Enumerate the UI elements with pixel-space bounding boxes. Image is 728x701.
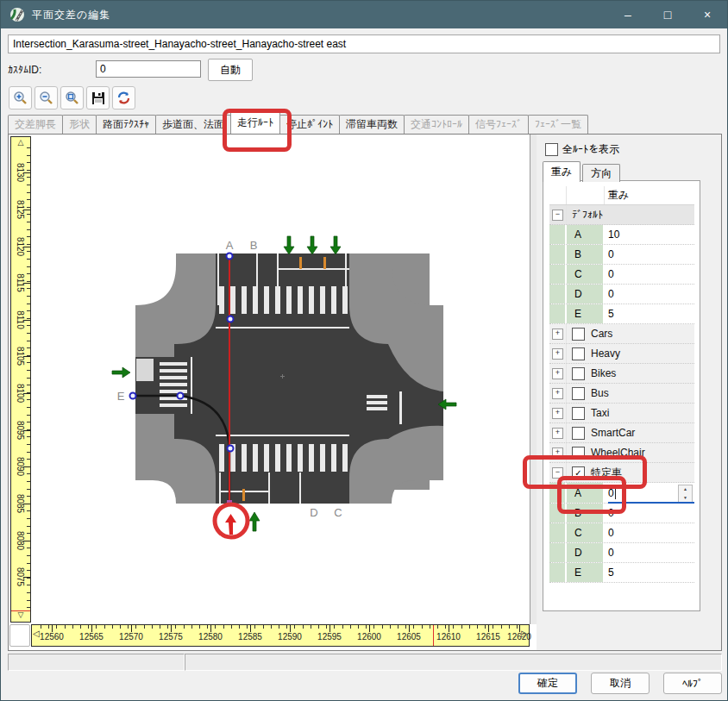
table-row[interactable]: D 0	[549, 543, 694, 563]
group-checkbox[interactable]	[572, 347, 585, 360]
row-key: A	[567, 483, 605, 503]
horizontal-ruler[interactable]: ◁ 12560 12565 12570 12575 12580 12585 12…	[31, 624, 530, 647]
route-node[interactable]	[228, 316, 234, 322]
cursor-x-marker	[433, 625, 434, 646]
tab-road-texture[interactable]: 路面ﾃｸｽﾁｬ	[96, 115, 156, 134]
expand-icon[interactable]: +	[552, 448, 563, 459]
group-checkbox[interactable]	[572, 427, 585, 440]
route-node[interactable]	[228, 446, 234, 452]
table-row[interactable]: D 0	[549, 285, 694, 304]
minimize-button[interactable]: –	[608, 1, 648, 28]
row-value[interactable]: 5	[605, 304, 694, 323]
tab-direction[interactable]: 方向	[582, 164, 620, 182]
expand-icon[interactable]: +	[552, 329, 563, 340]
ruler-scroll-up-icon[interactable]: △	[11, 138, 30, 147]
refresh-button[interactable]	[112, 86, 135, 110]
expand-icon[interactable]: +	[552, 428, 563, 439]
ok-button[interactable]: 確定	[518, 673, 577, 694]
row-value[interactable]: 0	[605, 504, 694, 523]
save-button[interactable]	[86, 86, 110, 110]
table-row-editing[interactable]: A 0 ▲ ▼	[549, 483, 694, 504]
expand-icon[interactable]: +	[552, 368, 563, 379]
help-button[interactable]: ﾍﾙﾌﾟ	[663, 673, 722, 694]
row-value[interactable]: 0	[605, 285, 694, 304]
group-row-bus[interactable]: + Bus	[549, 384, 694, 404]
table-row[interactable]: E 5	[549, 563, 694, 583]
table-row[interactable]: C 0	[549, 265, 694, 285]
expand-icon[interactable]: +	[552, 408, 563, 419]
table-row[interactable]: E 5	[549, 304, 694, 324]
group-row-default[interactable]: − ﾃﾞﾌｫﾙﾄ	[549, 205, 694, 225]
ruler-scroll-right-icon[interactable]: ▷	[521, 629, 528, 638]
row-value[interactable]: 0	[605, 245, 694, 264]
table-row[interactable]: B 0	[549, 504, 694, 523]
table-row[interactable]: A 10	[549, 225, 694, 245]
leg-label-e: E	[117, 390, 125, 403]
ruler-scroll-down-icon[interactable]: ▽	[11, 610, 30, 619]
close-button[interactable]: ×	[687, 1, 727, 28]
weight-edit-field[interactable]: 0 ▲ ▼	[608, 483, 694, 503]
row-value[interactable]: 0	[605, 265, 694, 284]
zoom-in-button[interactable]	[9, 86, 32, 110]
intersection-name-input[interactable]	[8, 34, 720, 53]
group-row-special-vehicle[interactable]: − ✓特定車	[549, 463, 694, 483]
collapse-icon[interactable]: −	[552, 210, 563, 221]
tab-stop-point[interactable]: 停止ﾎﾟｲﾝﾄ	[279, 115, 340, 134]
group-checkbox[interactable]	[572, 328, 585, 341]
group-checkbox-checked[interactable]: ✓	[572, 466, 585, 479]
group-label: Heavy	[591, 347, 620, 360]
group-row-wheelchair[interactable]: + WheelChair	[549, 443, 694, 463]
status-cell-right	[185, 654, 722, 671]
table-row[interactable]: B 0	[549, 245, 694, 265]
row-value[interactable]: 0	[605, 543, 694, 562]
save-icon	[91, 91, 105, 105]
route-node[interactable]	[227, 253, 233, 260]
zoom-fit-button[interactable]	[60, 86, 84, 110]
custom-id-input[interactable]	[96, 60, 201, 78]
edit-value: 0	[608, 487, 614, 499]
value-spinner[interactable]: ▲ ▼	[678, 485, 693, 503]
group-row-cars[interactable]: + Cars	[549, 324, 694, 344]
auto-button[interactable]: 自動	[208, 59, 253, 81]
route-node[interactable]	[130, 393, 136, 399]
group-row-heavy[interactable]: + Heavy	[549, 344, 694, 364]
entry-arrow-down-icon	[284, 236, 294, 254]
canvas-panel-splitter[interactable]	[530, 135, 537, 624]
tab-queued-vehicles[interactable]: 滞留車両数	[339, 115, 405, 134]
row-value[interactable]: 5	[605, 563, 694, 582]
collapse-icon[interactable]: −	[552, 467, 563, 479]
expand-icon[interactable]: +	[552, 348, 563, 360]
vertical-ruler[interactable]: △ 8130 8125 8120 8115 8110 8105 8100 809…	[10, 136, 31, 623]
group-row-smartcar[interactable]: + SmartCar	[549, 423, 694, 443]
group-checkbox[interactable]	[572, 387, 585, 400]
tab-weight[interactable]: 重み	[543, 161, 581, 182]
show-all-routes-checkbox[interactable]	[545, 143, 558, 156]
maximize-button[interactable]: □	[648, 1, 687, 28]
group-checkbox[interactable]	[572, 367, 585, 380]
vertical-ruler-ticks	[27, 147, 30, 611]
show-all-routes-row[interactable]: 全ﾙｰﾄを表示	[545, 142, 619, 157]
group-row-bikes[interactable]: + Bikes	[549, 364, 694, 384]
status-cell-left	[8, 654, 185, 671]
route-node[interactable]	[178, 393, 184, 399]
window-title: 平面交差の編集	[32, 8, 110, 22]
group-checkbox[interactable]	[572, 447, 585, 460]
group-row-taxi[interactable]: + Taxi	[549, 404, 694, 423]
ruler-corner-button[interactable]	[9, 624, 30, 647]
main-area: △ 8130 8125 8120 8115 8110 8105 8100 809…	[8, 134, 722, 651]
expand-icon[interactable]: +	[552, 388, 563, 399]
zoom-out-button[interactable]	[35, 86, 58, 110]
entry-arrow-down-icon	[307, 236, 317, 254]
row-value[interactable]: 0	[605, 523, 694, 542]
table-row[interactable]: C 0	[549, 523, 694, 543]
intersection-canvas[interactable]: A B E D C	[31, 136, 530, 624]
leg-label-d: D	[310, 506, 317, 519]
spinner-down-icon: ▼	[679, 494, 692, 503]
tab-travel-route[interactable]: 走行ﾙｰﾄ	[230, 111, 280, 134]
row-key: A	[567, 225, 605, 244]
row-value[interactable]: 10	[605, 225, 694, 244]
group-checkbox[interactable]	[572, 407, 585, 420]
cancel-button[interactable]: 取消	[591, 673, 650, 694]
custom-id-label: ｶｽﾀﾑID:	[8, 64, 41, 76]
tab-sidewalk-slope[interactable]: 歩道面、法面	[155, 115, 231, 134]
